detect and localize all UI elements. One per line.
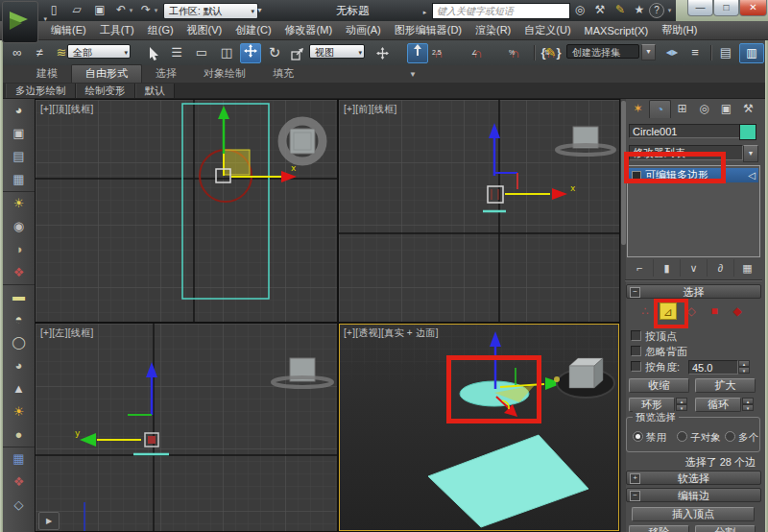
select-and-link-icon[interactable]: ∞ [8,44,27,61]
radio-disabled[interactable]: 禁用 [633,431,666,443]
selection-filter-dropdown[interactable]: 全部 ▾ [67,44,131,59]
workspace-flyout-icon[interactable]: ▼ [255,2,264,18]
viewport-front-label[interactable]: [+][前][线框] [344,103,397,116]
help-icon[interactable]: ? [649,3,664,18]
menu-item[interactable]: 动画(A) [339,23,388,37]
snap-toggle-25-icon[interactable]: 2.5∩ [434,46,446,60]
save-file-icon[interactable]: ▣ [90,2,109,18]
viewport-left-label[interactable]: [+][左][线框] [40,326,94,340]
box-primitive-icon[interactable]: ▬ [3,284,35,308]
close-button[interactable]: ✕ [739,0,767,16]
modifier-list-caret-icon[interactable]: ▼ [743,145,758,162]
ribbon-toggle-button[interactable]: ▥ [739,43,764,63]
loop-spinner[interactable]: ▴ ▾ [742,398,754,412]
teapot-icon[interactable]: ◕ [3,99,35,122]
subobj-element-button[interactable]: ◆ [729,302,746,320]
spin-up-icon[interactable]: ▴ [742,398,754,404]
select-and-rotate-icon[interactable]: ↻ [265,44,284,61]
subobj-vertex-button[interactable]: ∴ [636,302,654,320]
redo-caret-icon[interactable]: ▾ [152,2,160,18]
tab-create-icon[interactable]: ✶ [627,100,649,118]
subobj-polygon-button[interactable]: ■ [706,302,723,320]
ribbon-tab[interactable]: 建模 [23,65,71,83]
spacewarp-icon[interactable]: ❖ [3,261,35,284]
tab-motion-icon[interactable]: ◎ [693,100,715,118]
binoculars-icon[interactable]: ◎ [570,2,589,18]
tab-utilities-icon[interactable]: ⚒ [737,100,759,118]
modifier-stack[interactable]: 可编辑多边形 ◁ [627,165,760,257]
tab-hierarchy-icon[interactable]: ⊞ [671,100,693,118]
ribbon-tab[interactable]: 对象绘制 [190,65,259,83]
remove-modifier-button[interactable]: ∂ [707,259,733,277]
align-icon[interactable]: ≡ [685,44,705,61]
window-crossing-icon[interactable]: ◫ [217,44,236,61]
select-object-icon[interactable] [144,44,163,61]
panel-expand-button[interactable]: ▶ [38,512,60,530]
rollout-selection[interactable]: − 选择 [626,284,761,299]
spin-down-icon[interactable]: ▾ [676,404,687,411]
angle-snap-icon[interactable]: ∠∩ [473,46,486,60]
menu-item[interactable]: 组(G) [141,23,180,37]
data-sheet-icon[interactable]: ▤ [3,145,35,168]
menu-item[interactable]: 帮助(H) [655,23,704,37]
wrench-icon[interactable]: ⚒ [590,2,610,18]
manage-layers-icon[interactable]: ▤ [716,44,735,61]
loop-button[interactable]: 循环 [695,398,741,412]
object-color-swatch[interactable] [739,124,756,140]
remove-button[interactable]: 移除 [629,525,689,532]
spin-down-icon[interactable]: ▾ [742,404,754,411]
checkbox-icon[interactable] [631,361,641,372]
panel-scrollbar[interactable] [621,99,626,532]
viewport-front-canvas[interactable]: x [339,100,619,322]
teapot-primitive-icon[interactable]: ◕ [3,354,35,377]
app-menu-button[interactable]: ▾ [2,1,38,43]
help-caret-icon[interactable]: ▾ [665,2,674,18]
sun-icon[interactable]: ☀ [3,400,35,423]
viewport-top-canvas[interactable]: x [36,100,337,322]
modifier-list-dropdown[interactable]: 修改器列表 [629,145,743,160]
select-and-move-button[interactable] [240,43,261,63]
keyboard-override-icon[interactable]: {✎} [540,44,563,61]
viewport-front[interactable]: [+][前][线框] [339,100,619,322]
scrollbar-thumb[interactable] [621,101,626,245]
rollout-edit-edges[interactable]: − 编辑边 [626,488,761,502]
menu-item[interactable]: 工具(T) [93,23,141,37]
subobj-edge-button[interactable]: ⊿ [660,302,677,320]
viewport-top-label[interactable]: [+][顶][线框] [40,103,94,116]
spin-up-icon[interactable]: ▴ [738,360,750,367]
grow-button[interactable]: 扩大 [695,378,756,393]
menu-item[interactable]: 创建(C) [228,23,277,37]
rollout-soft-selection[interactable]: + 软选择 [626,471,761,485]
ring-primitive-icon[interactable]: ◯ [3,331,35,354]
maximize-button[interactable]: □ [713,0,739,16]
ribbon-tab[interactable]: 填充 [259,65,307,83]
tab-modify-icon[interactable]: ◔ [649,100,671,118]
menu-item[interactable]: 修改器(M) [278,23,340,37]
radio-off-icon[interactable] [677,431,687,442]
ribbon-subtab[interactable]: 默认 [135,84,175,98]
undo-caret-icon[interactable]: ▾ [127,2,135,18]
favorites-star-icon[interactable]: ★ [630,2,649,18]
ring-button[interactable]: 环形 [629,398,675,412]
collapse-icon[interactable]: − [630,287,640,298]
shrink-button[interactable]: 收缩 [629,378,689,393]
pin-stack-icon[interactable]: ◁ [748,168,756,182]
viewport-left-canvas[interactable]: y [36,324,337,531]
radio-off-icon[interactable] [725,431,735,442]
cage-icon[interactable]: ◇ [3,494,35,517]
viewport-left[interactable]: [+][左][线框] y [36,324,337,531]
ribbon-tab[interactable]: 选择 [142,65,190,83]
search-go-icon[interactable]: ▸ [420,4,429,20]
menu-item[interactable]: 视图(V) [180,23,229,37]
search-input[interactable] [432,3,570,19]
viewport-perspective-canvas[interactable] [339,324,619,531]
percent-snap-icon[interactable]: %∩ [511,46,523,60]
menu-item[interactable]: 自定义(U) [517,23,577,37]
dome-primitive-icon[interactable]: ◓ [3,308,35,331]
light-bulb-icon[interactable]: ☀ [3,191,35,215]
menu-item[interactable]: 渲染(R) [468,23,517,37]
use-pivot-center-icon[interactable] [372,44,392,61]
select-and-manipulate-button[interactable] [407,43,428,63]
select-by-name-icon[interactable]: ☰ [167,44,186,61]
stack-item-bullet-icon[interactable] [632,171,641,181]
